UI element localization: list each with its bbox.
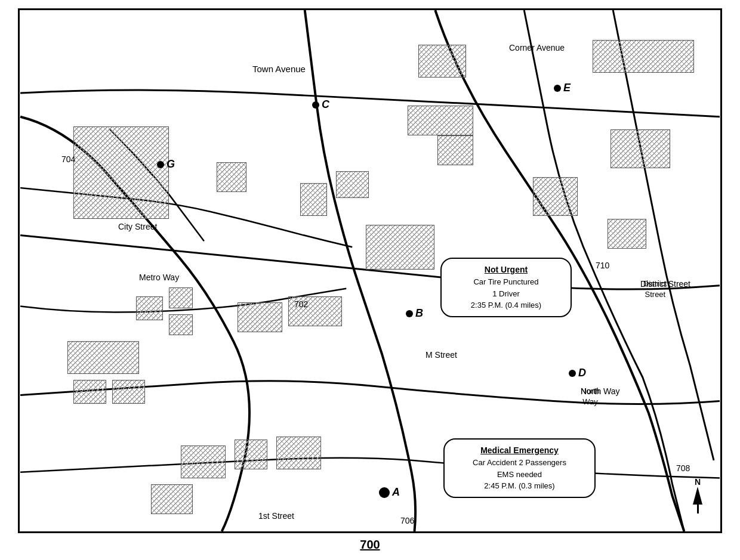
first-street-label: 1st Street (258, 511, 294, 521)
point-e-label: E (563, 82, 571, 94)
callout-medical-title: Medical Emergency (452, 444, 587, 457)
point-a-label: A (392, 486, 400, 499)
callout-medical-line1: Car Accident 2 Passengers (452, 457, 587, 469)
route-702: 702 (294, 299, 308, 309)
arrow-shaft (697, 505, 699, 513)
point-d-label: D (578, 367, 586, 379)
building-7 (336, 171, 369, 198)
building-19 (181, 445, 226, 478)
callout-not-urgent-line3: 2:35 P.M. (0.4 miles) (449, 299, 563, 311)
building-22 (151, 484, 193, 514)
point-a: A (379, 486, 400, 499)
callout-medical-line3: 2:45 P.M. (0.3 miles) (452, 480, 587, 492)
corner-avenue-label: Corner Avenue (509, 43, 565, 52)
route-710: 710 (596, 261, 609, 270)
building-15 (73, 380, 106, 404)
north-label: N (695, 477, 701, 487)
route-706: 706 (400, 516, 414, 525)
building-20 (235, 440, 267, 469)
point-d: D (569, 367, 586, 379)
building-4 (610, 129, 670, 168)
m-street-label: M Street (426, 350, 457, 360)
map-container: Town Avenue Corner Avenue City Street Me… (18, 8, 722, 533)
point-e: E (554, 82, 571, 94)
metro-way-label: Metro Way (139, 273, 179, 282)
building-8 (366, 225, 434, 270)
callout-not-urgent: Not Urgent Car Tire Punctured 1 Driver 2… (440, 258, 572, 317)
point-c-label: C (322, 98, 329, 111)
route-708: 708 (676, 463, 690, 473)
building-10 (608, 219, 646, 249)
callout-medical-emergency: Medical Emergency Car Accident 2 Passeng… (443, 438, 596, 498)
point-g-dot (157, 161, 164, 168)
callout-not-urgent-line2: 1 Driver (449, 288, 563, 300)
building-1 (418, 45, 466, 78)
north-way-display: NorthWay (581, 386, 600, 407)
building-14 (67, 341, 139, 374)
callout-medical-line2: EMS needed (452, 469, 587, 481)
building-2 (593, 40, 694, 73)
point-b-dot (406, 310, 413, 317)
building-13 (169, 314, 193, 335)
point-c-dot (312, 101, 319, 109)
building-12 (169, 287, 193, 308)
north-arrow: N (693, 477, 702, 513)
point-d-dot (569, 370, 576, 377)
arrow-symbol (693, 487, 702, 505)
callout-not-urgent-line1: Car Tire Punctured (449, 276, 563, 288)
town-avenue-label: Town Avenue (252, 64, 306, 74)
route-704: 704 (61, 154, 75, 164)
point-b: B (406, 307, 423, 320)
building-16 (112, 380, 145, 404)
map-title: 700 (360, 538, 380, 552)
building-11 (136, 296, 163, 320)
building-6 (300, 183, 327, 216)
point-b-label: B (415, 307, 423, 320)
building-3b (437, 135, 473, 165)
building-9 (533, 177, 578, 216)
point-e-dot (554, 85, 561, 92)
callout-not-urgent-title: Not Urgent (449, 264, 563, 276)
point-c: C (312, 98, 329, 111)
building-21 (276, 437, 321, 469)
point-g-label: G (166, 158, 175, 171)
building-5 (217, 162, 246, 192)
building-3 (408, 106, 473, 135)
building-17 (238, 302, 282, 332)
building-g (73, 126, 169, 219)
point-a-dot (379, 487, 390, 498)
district-street-display: DistrictStreet (643, 279, 667, 300)
point-g: G (157, 158, 175, 171)
city-street-label: City Street (118, 222, 157, 231)
map-roads (20, 10, 720, 531)
